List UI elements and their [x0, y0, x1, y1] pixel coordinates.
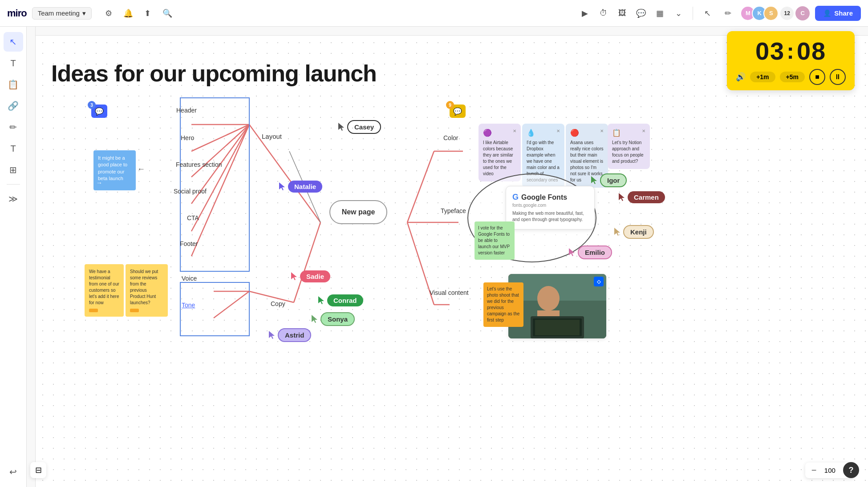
hero-label: Hero — [181, 134, 194, 141]
user-cursor-astrid: Astrid — [269, 328, 311, 342]
grid-icon[interactable]: ▦ — [652, 5, 668, 21]
canvas: Ideas for our upcoming launch 💬 3 💬 9 Ne… — [27, 27, 868, 487]
zoom-out-button[interactable]: − — [811, 465, 817, 475]
user-cursor-natalie: Natalie — [279, 181, 322, 193]
svg-line-5 — [191, 125, 249, 231]
sidebar-cursor-tool[interactable]: ↖ — [4, 32, 23, 52]
sticky-photo-shoot[interactable]: Let's use the photo shoot that we did fo… — [483, 282, 523, 327]
features-section-label: Features section — [176, 161, 222, 168]
notion-card-airtable[interactable]: 🟣 ✕ I like Airtable colors because they … — [479, 124, 521, 181]
comments-icon[interactable]: 💬 — [633, 5, 649, 21]
sticky-reviews[interactable]: Should we put some reviews from the prev… — [126, 264, 168, 317]
timer-icon[interactable]: ⏱ — [596, 5, 612, 21]
more-icon[interactable]: ⌄ — [670, 5, 686, 21]
user-cursor-igor: Igor — [591, 173, 627, 187]
comment-badge-1[interactable]: 💬 3 — [91, 105, 107, 118]
user-tag-kenji: Kenji — [623, 225, 654, 239]
svg-line-14 — [294, 222, 320, 302]
notifications-icon[interactable]: 🔔 — [120, 5, 136, 21]
mindmap-center-node[interactable]: New page — [329, 200, 387, 224]
comment-badge-2[interactable]: 💬 9 — [450, 105, 466, 118]
user-tag-igor: Igor — [600, 173, 627, 187]
timer-widget: 03 : 08 🔊 +1m +5m ■ ⏸ — [727, 31, 855, 90]
svg-point-22 — [537, 286, 560, 311]
search-icon[interactable]: 🔍 — [159, 5, 175, 21]
sidebar-sticky-tool[interactable]: 📋 — [4, 75, 23, 94]
header-label: Header — [176, 107, 197, 114]
sidebar-bottom: ↩ — [4, 462, 23, 482]
sidebar-frame-tool[interactable]: ⊞ — [4, 160, 23, 180]
user-tag-sadie: Sadie — [300, 270, 330, 282]
google-fonts-card[interactable]: G Google Fonts fonts.google.com Making t… — [506, 186, 595, 229]
page-title: Ideas for our upcoming launch — [51, 60, 377, 87]
sidebar-connect-tool[interactable]: 🔗 — [4, 96, 23, 116]
timer-sound-icon[interactable]: 🔊 — [736, 72, 746, 82]
sidebar-pen-tool[interactable]: ✏ — [4, 117, 23, 137]
user-tag-astrid: Astrid — [278, 328, 311, 342]
svg-rect-17 — [180, 282, 249, 336]
user-cursor-kenji: Kenji — [614, 225, 654, 239]
sidebar-more-tool[interactable]: ≫ — [4, 189, 23, 209]
user-cursor-conrad: Conrad — [318, 294, 363, 306]
timer-stop-button[interactable]: ■ — [809, 69, 825, 85]
avatar-group: M K S 12 — [740, 6, 794, 21]
share-button[interactable]: 👤 Share — [815, 6, 861, 21]
footer-label: Footer — [180, 240, 198, 247]
user-cursor-sadie: Sadie — [291, 270, 330, 282]
sidebar: ↖ T 📋 🔗 ✏ T ⊞ ≫ ↩ — [0, 27, 27, 487]
sticky-beta-launch[interactable]: It might be a good place to promote our … — [93, 150, 136, 190]
sidebar-sep — [7, 184, 20, 185]
svg-line-9 — [407, 151, 434, 222]
cta-label: CTA — [187, 214, 199, 221]
svg-line-2 — [191, 125, 249, 151]
topbar: miro Team meeting ▾ ⚙ 🔔 ⬆ 🔍 ▶ ⏱ 🖼 💬 ▦ ⌄ … — [0, 0, 868, 27]
current-user-avatar: C — [795, 5, 811, 21]
user-tag-natalie: Natalie — [288, 181, 322, 193]
topbar-right: ▶ ⏱ 🖼 💬 ▦ ⌄ ↖ ✏ M K S 12 C 👤 Share — [577, 5, 861, 21]
share-board-icon[interactable]: ⬆ — [140, 5, 156, 21]
timer-seconds: 08 — [797, 36, 826, 65]
frames-icon[interactable]: 🖼 — [614, 5, 630, 21]
sticky-google-fonts-vote[interactable]: I vote for the Google Fonts to be able t… — [475, 221, 515, 260]
timer-plus5-button[interactable]: +5m — [780, 72, 805, 82]
help-button[interactable]: ? — [843, 462, 859, 478]
sidebar-text-tool[interactable]: T — [4, 53, 23, 73]
avatar-3: S — [763, 6, 779, 21]
settings-icon[interactable]: ⚙ — [101, 5, 117, 21]
app-logo: miro — [7, 8, 27, 19]
notion-card-notion[interactable]: 📋 ✕ Let's try Notion approach and focus … — [608, 124, 650, 169]
cursor-icon[interactable]: ↖ — [699, 5, 715, 21]
board-name[interactable]: Team meeting ▾ — [32, 7, 92, 20]
user-cursor-carmen: Carmen — [619, 191, 665, 203]
timer-pause-button[interactable]: ⏸ — [830, 69, 846, 85]
user-cursor-casey: Casey — [338, 120, 381, 134]
user-tag-casey: Casey — [347, 120, 381, 134]
zoom-level: 100 — [821, 467, 839, 474]
svg-rect-26 — [535, 320, 580, 335]
play-icon[interactable]: ▶ — [577, 5, 593, 21]
timer-plus1-button[interactable]: +1m — [750, 72, 775, 82]
user-tag-emilio: Emilio — [578, 246, 612, 259]
undo-button[interactable]: ↩ — [4, 462, 23, 482]
timer-controls: 🔊 +1m +5m ■ ⏸ — [736, 69, 846, 85]
ruler-vertical — [27, 27, 36, 487]
layout-toggle-button[interactable]: ⊟ — [30, 462, 46, 478]
sticky-testimonial[interactable]: We have a testimonial from one of our cu… — [85, 264, 124, 317]
tone-label[interactable]: Tone — [182, 302, 195, 309]
user-tag-sonya: Sonya — [320, 312, 355, 326]
timer-minutes: 03 — [755, 36, 785, 65]
sidebar-shapes-tool[interactable]: T — [4, 139, 23, 158]
dropbox-badge: ◇ — [594, 277, 604, 286]
user-tag-carmen: Carmen — [628, 191, 665, 203]
social-proof-label: Social proof — [174, 188, 207, 195]
view-icons: ▶ ⏱ 🖼 💬 ▦ ⌄ — [577, 5, 686, 21]
svg-line-3 — [191, 125, 249, 177]
arrow-features: ← — [137, 165, 145, 174]
annotate-icon[interactable]: ✏ — [720, 5, 736, 21]
user-cursor-sonya: Sonya — [312, 312, 355, 326]
typeface-label: Typeface — [441, 207, 466, 214]
svg-line-18 — [214, 291, 249, 318]
color-label: Color — [443, 134, 458, 141]
user-cursor-emilio: Emilio — [569, 246, 612, 259]
voice-label: Voice — [182, 275, 197, 282]
